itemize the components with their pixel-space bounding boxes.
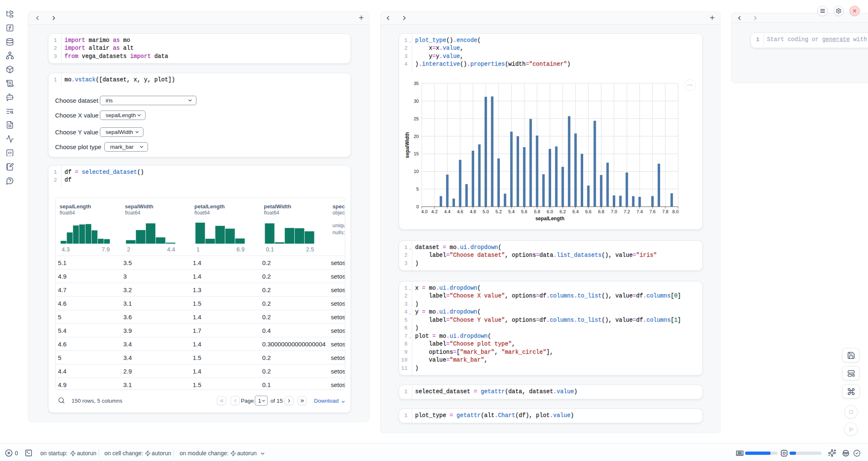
svg-text:15: 15 xyxy=(414,151,419,156)
svg-text:sepalWidth: sepalWidth xyxy=(404,132,410,158)
svg-text:4.2: 4.2 xyxy=(432,209,438,214)
svg-text:7.4: 7.4 xyxy=(637,209,643,214)
svg-text:35: 35 xyxy=(414,81,419,86)
svg-text:6.0: 6.0 xyxy=(547,209,553,214)
svg-text:6.4: 6.4 xyxy=(573,209,579,214)
svg-text:5.6: 5.6 xyxy=(521,209,527,214)
svg-text:7.6: 7.6 xyxy=(649,209,656,214)
svg-text:4.0: 4.0 xyxy=(421,209,427,214)
svg-text:5: 5 xyxy=(416,187,419,191)
svg-text:4.6: 4.6 xyxy=(457,209,463,214)
svg-text:6.2: 6.2 xyxy=(560,209,566,214)
svg-text:7.2: 7.2 xyxy=(624,209,630,214)
svg-text:30: 30 xyxy=(414,99,419,104)
svg-text:5.0: 5.0 xyxy=(482,209,489,214)
svg-text:20: 20 xyxy=(414,134,419,139)
svg-text:8.0: 8.0 xyxy=(672,209,679,214)
svg-text:0: 0 xyxy=(416,204,419,209)
svg-text:5.8: 5.8 xyxy=(534,209,540,214)
svg-text:7.8: 7.8 xyxy=(662,209,668,214)
svg-text:5.4: 5.4 xyxy=(508,209,515,214)
svg-text:7.0: 7.0 xyxy=(611,209,617,214)
svg-text:10: 10 xyxy=(414,169,419,174)
svg-text:6.6: 6.6 xyxy=(585,209,591,214)
svg-text:4.4: 4.4 xyxy=(444,209,450,214)
svg-text:6.8: 6.8 xyxy=(598,209,604,214)
svg-text:25: 25 xyxy=(414,116,419,121)
svg-text:5.2: 5.2 xyxy=(496,209,502,214)
svg-text:sepalLength: sepalLength xyxy=(536,216,565,221)
svg-text:4.8: 4.8 xyxy=(470,209,476,214)
